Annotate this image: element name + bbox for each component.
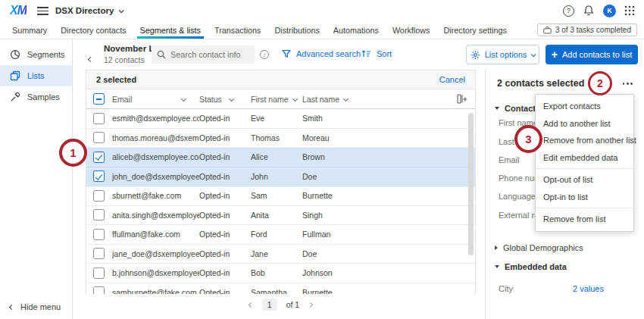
chevron-down-icon — [343, 96, 349, 102]
previous-page-button[interactable] — [249, 303, 253, 307]
row-checkbox[interactable] — [93, 132, 105, 143]
triangle-down-icon — [495, 265, 499, 268]
field-language: Language — [499, 192, 536, 201]
sidebar-item-lists[interactable]: Lists — [0, 65, 72, 86]
cell-first-name: John — [251, 172, 302, 181]
table-row[interactable]: john_doe@dsxemployee.... Opted-in John D… — [86, 167, 475, 187]
select-all-checkbox[interactable] — [93, 93, 105, 105]
tab-automations[interactable]: Automations — [333, 21, 379, 39]
table-scrollbar[interactable] — [468, 111, 474, 294]
tab-summary[interactable]: Summary — [12, 21, 47, 39]
cell-first-name: Bob — [251, 268, 302, 277]
row-checkbox[interactable] — [93, 229, 105, 240]
sidebar-item-segments[interactable]: Segments — [0, 44, 72, 65]
table-row[interactable]: thomas.moreau@dsxempl... Opted-in Thomas… — [86, 129, 475, 149]
cell-status: Opted-in — [199, 249, 251, 258]
briefcase-icon — [543, 27, 552, 34]
column-header-email[interactable]: Email — [112, 95, 199, 104]
next-page-button[interactable] — [308, 303, 312, 307]
sidebar-item-label: Samples — [27, 92, 60, 102]
search-input[interactable] — [170, 50, 249, 59]
global-demographics-section-header[interactable]: Global Demographics — [495, 243, 583, 252]
tab-segments-lists[interactable]: Segments & lists — [140, 21, 201, 39]
cell-first-name: Ford — [251, 230, 302, 239]
table-row[interactable]: samburnette@fake.com Opted-in Samantha B… — [86, 283, 475, 295]
table-row[interactable]: esmith@dsxemployee.com Opted-in Eve Smit… — [86, 109, 475, 129]
table-header-row: Email Status First name Last name — [86, 89, 475, 109]
row-checkbox[interactable] — [93, 286, 105, 294]
tab-distributions[interactable]: Distributions — [274, 21, 319, 39]
chevron-down-icon — [181, 96, 186, 102]
search-icon — [157, 50, 166, 59]
menu-item-remove-from-another-list[interactable]: Remove from another list — [536, 132, 633, 149]
tab-workflows[interactable]: Workflows — [392, 21, 430, 39]
current-page[interactable]: 1 — [262, 299, 277, 311]
chevron-down-icon — [292, 96, 298, 102]
column-header-status[interactable]: Status — [199, 95, 251, 104]
tasks-completed-label: 3 of 3 tasks completed — [555, 26, 631, 34]
hide-menu-label: Hide menu — [20, 302, 61, 311]
row-checkbox[interactable] — [93, 248, 105, 259]
top-bar: XM DSX Directory ? K — [0, 0, 644, 21]
cell-status: Opted-in — [199, 152, 251, 161]
notifications-bell-icon[interactable] — [583, 5, 595, 17]
table-row[interactable]: jane_doe@dsxemployee.... Opted-in Jane D… — [86, 245, 475, 264]
user-avatar[interactable]: K — [603, 5, 616, 17]
scrollbar-thumb[interactable] — [468, 113, 474, 255]
row-checkbox[interactable] — [93, 170, 105, 182]
more-options-ellipsis-icon[interactable] — [621, 80, 635, 87]
sort-button[interactable]: Sort — [361, 49, 392, 58]
row-checkbox[interactable] — [93, 209, 105, 220]
menu-item-add-to-another-list[interactable]: Add to another list — [536, 115, 633, 133]
help-icon[interactable]: ? — [563, 5, 574, 17]
cell-last-name: Doe — [302, 249, 475, 258]
cell-status: Opted-in — [199, 133, 251, 142]
tasks-completed-badge[interactable]: 3 of 3 tasks completed — [537, 23, 637, 36]
gear-icon — [470, 50, 480, 60]
back-button[interactable] — [89, 51, 92, 64]
embedded-value-link[interactable]: 2 values — [573, 284, 604, 293]
tab-transactions[interactable]: Transactions — [214, 21, 261, 39]
embedded-key-city: City — [499, 284, 513, 293]
menu-item-edit-embedded-data[interactable]: Edit embedded data — [536, 149, 633, 167]
app-switcher-grid-icon[interactable] — [624, 5, 635, 16]
panel-title: 2 contacts selected — [497, 78, 584, 89]
column-header-first-name[interactable]: First name — [251, 95, 302, 104]
menu-item-opt-out-of-list[interactable]: Opt-out of list — [536, 171, 633, 189]
menu-item-remove-from-list[interactable]: Remove from list — [536, 211, 633, 228]
menu-item-opt-in-to-list[interactable]: Opt-in to list — [536, 189, 633, 206]
row-checkbox[interactable] — [93, 113, 105, 124]
filter-funnel-icon — [282, 49, 291, 58]
info-icon[interactable]: i — [260, 50, 269, 59]
row-checkbox[interactable] — [93, 267, 105, 279]
column-header-last-name[interactable]: Last name — [302, 95, 452, 104]
tab-directory-contacts[interactable]: Directory contacts — [61, 21, 126, 39]
selection-bar: 2 selected Cancel — [86, 70, 475, 89]
list-options-button[interactable]: List options — [466, 45, 539, 64]
tab-directory-settings[interactable]: Directory settings — [443, 21, 506, 39]
directory-selector[interactable]: DSX Directory — [55, 0, 123, 21]
cell-email: thomas.moreau@dsxempl... — [112, 133, 199, 142]
advanced-search-button[interactable]: Advanced search — [282, 49, 361, 58]
hamburger-menu-icon[interactable] — [37, 7, 48, 15]
menu-item-export-contacts[interactable]: Export contacts — [536, 98, 633, 115]
search-box[interactable] — [152, 45, 255, 64]
cancel-selection-link[interactable]: Cancel — [439, 75, 465, 84]
manage-columns-button[interactable] — [452, 94, 475, 104]
table-row[interactable]: sburnett@fake.com Opted-in Sam Burnette — [86, 186, 475, 206]
cell-last-name: Fullman — [302, 230, 475, 239]
row-checkbox[interactable] — [93, 190, 105, 202]
row-checkbox[interactable] — [93, 152, 105, 163]
hide-menu-button[interactable]: Hide menu — [10, 302, 61, 311]
table-row[interactable]: anita.singh@dsxemployee... Opted-in Anit… — [86, 206, 475, 226]
page-count-label: of 1 — [286, 300, 300, 309]
annotation-circle-3: 3 — [514, 125, 542, 153]
add-contacts-button[interactable]: + Add contacts to list — [546, 45, 638, 64]
table-row[interactable]: ffullman@fake.com Opted-in Ford Fullman — [86, 225, 475, 245]
triangle-down-icon — [495, 107, 499, 110]
embedded-data-section-header[interactable]: Embedded data — [495, 262, 567, 271]
table-row[interactable]: b.johnson@dsxemployee.... Opted-in Bob J… — [86, 264, 475, 283]
table-row[interactable]: aliceb@dsxemployee.com Opted-in Alice Br… — [86, 148, 475, 167]
chevron-down-icon — [119, 8, 124, 13]
sidebar-item-samples[interactable]: Samples — [0, 86, 72, 108]
